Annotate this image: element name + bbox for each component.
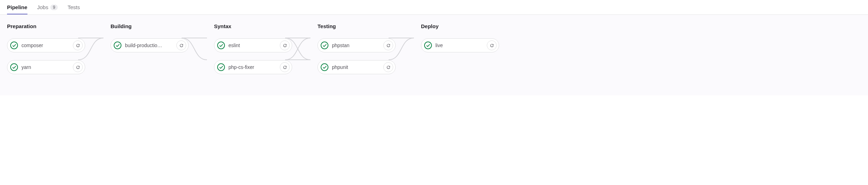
- tab-jobs[interactable]: Jobs 9: [37, 0, 58, 14]
- check-circle-icon: [321, 42, 328, 49]
- retry-icon[interactable]: [383, 40, 393, 50]
- tab-badge: 9: [50, 5, 58, 10]
- check-circle-icon: [114, 42, 121, 49]
- stage-title: Building: [111, 23, 189, 29]
- stage-title: Deploy: [421, 23, 499, 29]
- job-name: composer: [21, 43, 73, 48]
- job-name: live: [435, 43, 487, 48]
- stage-deploy: Deploy live: [421, 23, 499, 52]
- retry-icon[interactable]: [383, 62, 393, 72]
- tab-bar: Pipeline Jobs 9 Tests: [0, 0, 868, 15]
- stage-jobs: eslint php-cs-fixer: [214, 38, 292, 74]
- check-circle-icon: [10, 42, 18, 49]
- stage-jobs: composer yarn: [7, 38, 85, 74]
- stage-jobs: build-productio…: [111, 38, 189, 52]
- job-phpstan[interactable]: phpstan: [317, 38, 396, 52]
- tab-pipeline[interactable]: Pipeline: [7, 0, 27, 14]
- job-name: yarn: [21, 64, 73, 70]
- stage-testing: Testing phpstan phpunit: [317, 23, 396, 74]
- job-eslint[interactable]: eslint: [214, 38, 292, 52]
- job-live[interactable]: live: [421, 38, 499, 52]
- tab-label: Jobs: [37, 4, 49, 10]
- retry-icon[interactable]: [73, 62, 83, 72]
- stage-syntax: Syntax eslint php-cs-fixer: [214, 23, 292, 74]
- stage-title: Preparation: [7, 23, 85, 29]
- check-circle-icon: [217, 63, 225, 71]
- tab-label: Tests: [68, 4, 80, 10]
- retry-icon[interactable]: [176, 40, 186, 50]
- retry-icon[interactable]: [73, 40, 83, 50]
- stage-preparation: Preparation composer yarn: [7, 23, 85, 74]
- retry-icon[interactable]: [487, 40, 497, 50]
- check-circle-icon: [424, 42, 432, 49]
- check-circle-icon: [217, 42, 225, 49]
- job-php-cs-fixer[interactable]: php-cs-fixer: [214, 60, 292, 74]
- tab-tests[interactable]: Tests: [68, 0, 80, 14]
- job-name: phpunit: [332, 64, 383, 70]
- check-circle-icon: [10, 63, 18, 71]
- retry-icon[interactable]: [280, 62, 290, 72]
- stage-title: Testing: [317, 23, 396, 29]
- tab-label: Pipeline: [7, 4, 27, 10]
- stages-row: Preparation composer yarn: [7, 23, 861, 74]
- stage-title: Syntax: [214, 23, 292, 29]
- job-name: eslint: [228, 43, 280, 48]
- retry-icon[interactable]: [280, 40, 290, 50]
- stage-building: Building build-productio…: [111, 23, 189, 52]
- stage-jobs: live: [421, 38, 499, 52]
- job-composer[interactable]: composer: [7, 38, 85, 52]
- job-yarn[interactable]: yarn: [7, 60, 85, 74]
- pipeline-graph: Preparation composer yarn: [0, 15, 868, 95]
- job-name: build-productio…: [125, 43, 176, 48]
- stage-jobs: phpstan phpunit: [317, 38, 396, 74]
- check-circle-icon: [321, 63, 328, 71]
- job-name: phpstan: [332, 43, 383, 48]
- job-name: php-cs-fixer: [228, 64, 280, 70]
- job-phpunit[interactable]: phpunit: [317, 60, 396, 74]
- job-build-production[interactable]: build-productio…: [111, 38, 189, 52]
